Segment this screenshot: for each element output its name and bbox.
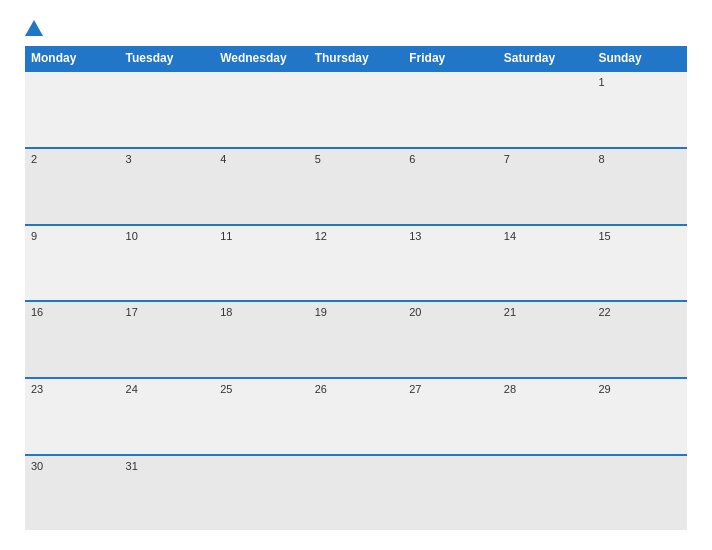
day-number: 11 xyxy=(220,230,232,242)
calendar-cell: 18 xyxy=(214,301,309,378)
calendar-cell: 13 xyxy=(403,225,498,302)
weekday-tuesday: Tuesday xyxy=(120,46,215,71)
day-number: 5 xyxy=(315,153,321,165)
calendar-cell: 19 xyxy=(309,301,404,378)
day-number: 25 xyxy=(220,383,232,395)
day-number: 21 xyxy=(504,306,516,318)
calendar-cell: 16 xyxy=(25,301,120,378)
calendar-cell: 26 xyxy=(309,378,404,455)
calendar-cell: 1 xyxy=(592,71,687,148)
calendar-cell: 25 xyxy=(214,378,309,455)
calendar-cell: 27 xyxy=(403,378,498,455)
calendar-cell xyxy=(403,71,498,148)
calendar-table: MondayTuesdayWednesdayThursdayFridaySatu… xyxy=(25,46,687,530)
weekday-sunday: Sunday xyxy=(592,46,687,71)
calendar-cell: 31 xyxy=(120,455,215,530)
day-number: 15 xyxy=(598,230,610,242)
day-number: 20 xyxy=(409,306,421,318)
calendar-cell: 8 xyxy=(592,148,687,225)
day-number: 8 xyxy=(598,153,604,165)
calendar-cell: 23 xyxy=(25,378,120,455)
weekday-friday: Friday xyxy=(403,46,498,71)
calendar-cell: 4 xyxy=(214,148,309,225)
day-number: 9 xyxy=(31,230,37,242)
calendar-cell xyxy=(309,71,404,148)
weekday-header-row: MondayTuesdayWednesdayThursdayFridaySatu… xyxy=(25,46,687,71)
calendar-cell: 7 xyxy=(498,148,593,225)
calendar-week-row: 2345678 xyxy=(25,148,687,225)
calendar-cell: 21 xyxy=(498,301,593,378)
calendar-cell: 14 xyxy=(498,225,593,302)
day-number: 7 xyxy=(504,153,510,165)
day-number: 26 xyxy=(315,383,327,395)
day-number: 24 xyxy=(126,383,138,395)
day-number: 13 xyxy=(409,230,421,242)
calendar-cell: 2 xyxy=(25,148,120,225)
calendar-cell: 15 xyxy=(592,225,687,302)
page-header xyxy=(25,20,687,36)
logo-triangle-icon xyxy=(25,20,43,36)
calendar-cell xyxy=(120,71,215,148)
day-number: 17 xyxy=(126,306,138,318)
day-number: 28 xyxy=(504,383,516,395)
calendar-cell: 3 xyxy=(120,148,215,225)
calendar-cell: 20 xyxy=(403,301,498,378)
calendar-cell xyxy=(498,71,593,148)
day-number: 19 xyxy=(315,306,327,318)
calendar-week-row: 23242526272829 xyxy=(25,378,687,455)
calendar-cell xyxy=(25,71,120,148)
calendar-cell: 29 xyxy=(592,378,687,455)
day-number: 31 xyxy=(126,460,138,472)
weekday-wednesday: Wednesday xyxy=(214,46,309,71)
day-number: 2 xyxy=(31,153,37,165)
calendar-cell: 30 xyxy=(25,455,120,530)
day-number: 23 xyxy=(31,383,43,395)
calendar-header: MondayTuesdayWednesdayThursdayFridaySatu… xyxy=(25,46,687,71)
day-number: 14 xyxy=(504,230,516,242)
weekday-saturday: Saturday xyxy=(498,46,593,71)
day-number: 16 xyxy=(31,306,43,318)
calendar-cell: 17 xyxy=(120,301,215,378)
calendar-cell: 10 xyxy=(120,225,215,302)
calendar-cell: 24 xyxy=(120,378,215,455)
day-number: 1 xyxy=(598,76,604,88)
calendar-week-row: 9101112131415 xyxy=(25,225,687,302)
day-number: 29 xyxy=(598,383,610,395)
day-number: 10 xyxy=(126,230,138,242)
day-number: 27 xyxy=(409,383,421,395)
calendar-cell xyxy=(592,455,687,530)
day-number: 18 xyxy=(220,306,232,318)
day-number: 4 xyxy=(220,153,226,165)
calendar-cell: 11 xyxy=(214,225,309,302)
calendar-cell xyxy=(403,455,498,530)
weekday-monday: Monday xyxy=(25,46,120,71)
day-number: 6 xyxy=(409,153,415,165)
day-number: 30 xyxy=(31,460,43,472)
calendar-cell: 22 xyxy=(592,301,687,378)
calendar-week-row: 3031 xyxy=(25,455,687,530)
calendar-body: 1234567891011121314151617181920212223242… xyxy=(25,71,687,530)
calendar-cell: 9 xyxy=(25,225,120,302)
logo-blue-row xyxy=(25,20,45,36)
calendar-cell: 6 xyxy=(403,148,498,225)
calendar-cell: 5 xyxy=(309,148,404,225)
weekday-thursday: Thursday xyxy=(309,46,404,71)
day-number: 12 xyxy=(315,230,327,242)
calendar-week-row: 1 xyxy=(25,71,687,148)
day-number: 22 xyxy=(598,306,610,318)
calendar-cell xyxy=(214,71,309,148)
day-number: 3 xyxy=(126,153,132,165)
calendar-cell xyxy=(309,455,404,530)
calendar-cell: 12 xyxy=(309,225,404,302)
logo xyxy=(25,20,45,36)
calendar-cell: 28 xyxy=(498,378,593,455)
calendar-week-row: 16171819202122 xyxy=(25,301,687,378)
calendar-cell xyxy=(498,455,593,530)
calendar-cell xyxy=(214,455,309,530)
